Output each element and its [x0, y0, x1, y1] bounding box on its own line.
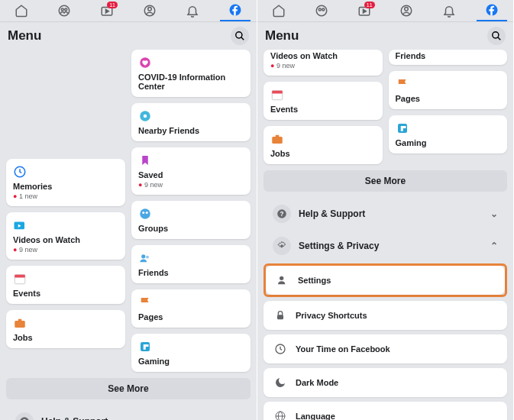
card-nearby[interactable]: Nearby Friends	[131, 103, 251, 141]
chevron-down-icon: ⌄	[490, 208, 498, 219]
see-more-button[interactable]: See More	[6, 378, 251, 399]
card-gaming[interactable]: Gaming	[389, 115, 508, 153]
card-videos[interactable]: Videos on Watch 9 new	[6, 212, 125, 260]
card-events[interactable]: Events	[263, 82, 383, 120]
clock-icon	[273, 341, 288, 357]
svg-point-21	[146, 256, 149, 259]
person-gear-icon	[275, 273, 290, 288]
help-icon: ?	[273, 205, 291, 223]
svg-rect-11	[15, 275, 25, 278]
card-pages[interactable]: Pages	[389, 71, 508, 109]
menu-header: Menu	[0, 22, 257, 50]
nav-home[interactable]	[263, 0, 294, 21]
svg-point-28	[322, 8, 324, 11]
calendar-icon	[13, 272, 27, 286]
briefcase-icon	[270, 132, 284, 146]
card-covid[interactable]: COVID-19 Information Center	[131, 50, 251, 97]
svg-rect-36	[272, 137, 283, 144]
nav-watch[interactable]: 11	[349, 0, 380, 21]
top-nav: 11	[0, 0, 257, 22]
gaming-icon	[396, 121, 409, 135]
svg-point-5	[148, 8, 152, 11]
settings-item-highlight: Settings	[263, 263, 507, 297]
nav-profile[interactable]	[134, 0, 165, 21]
clock-icon	[13, 165, 27, 179]
watch-badge: 11	[364, 2, 375, 8]
friends-icon	[138, 251, 152, 265]
location-icon	[138, 109, 152, 123]
svg-rect-35	[272, 91, 283, 94]
chevron-down-icon: ⌄	[234, 416, 241, 420]
help-row[interactable]: ? Help & Support ⌄	[6, 405, 251, 420]
card-jobs[interactable]: Jobs	[6, 310, 125, 348]
grid-col-a: Videos on Watch 9 new Events Jobs	[263, 50, 383, 164]
card-events[interactable]: Events	[6, 266, 125, 304]
dark-mode-item[interactable]: Dark Mode	[263, 368, 507, 397]
flag-icon	[396, 77, 409, 91]
svg-point-1	[61, 8, 63, 11]
globe-icon	[273, 409, 288, 420]
nav-home[interactable]	[6, 0, 37, 21]
svg-point-18	[142, 212, 144, 214]
card-videos[interactable]: Videos on Watch 9 new	[263, 50, 383, 76]
calendar-icon	[270, 88, 284, 102]
card-friends[interactable]: Friends	[389, 50, 508, 65]
nav-watch[interactable]: 11	[92, 0, 122, 21]
top-nav: 11	[257, 0, 513, 22]
card-saved[interactable]: Saved 9 new	[131, 147, 251, 195]
nav-profile[interactable]	[391, 0, 422, 21]
page-title: Menu	[8, 28, 41, 44]
svg-text:?: ?	[280, 211, 284, 218]
watch-badge: 11	[107, 2, 118, 8]
privacy-item[interactable]: Privacy Shortcuts	[263, 301, 507, 330]
svg-rect-12	[15, 321, 25, 328]
svg-point-31	[405, 8, 409, 11]
svg-rect-13	[18, 319, 22, 321]
language-item[interactable]: Language	[263, 402, 507, 420]
search-button[interactable]	[231, 27, 249, 45]
help-icon: ?	[15, 412, 34, 420]
card-gaming[interactable]: Gaming	[131, 334, 251, 372]
shortcut-grid: Videos on Watch 9 new Events Jobs Friend…	[257, 50, 513, 164]
lock-icon	[273, 308, 288, 323]
settings-item[interactable]: Settings	[266, 266, 505, 295]
nav-menu[interactable]	[477, 0, 507, 21]
svg-point-16	[144, 115, 147, 118]
chevron-up-icon: ⌃	[490, 241, 498, 251]
svg-point-0	[59, 5, 70, 16]
gear-icon	[273, 237, 291, 255]
card-jobs[interactable]: Jobs	[263, 126, 383, 164]
moon-icon	[273, 375, 288, 390]
grid-col-a: Memories 1 new Videos on Watch 9 new Eve…	[6, 50, 125, 372]
flag-icon	[138, 296, 152, 309]
nav-menu[interactable]	[220, 0, 251, 21]
heart-icon	[138, 56, 152, 69]
svg-point-27	[318, 8, 321, 11]
screen-left: 11 Menu Memories 1 new Videos on Watch 9…	[0, 0, 257, 420]
nav-notifications[interactable]	[434, 0, 464, 21]
help-row[interactable]: ? Help & Support ⌄	[263, 198, 507, 230]
see-more-button[interactable]: See More	[263, 170, 507, 192]
svg-point-2	[65, 8, 67, 11]
nav-groups[interactable]	[49, 0, 79, 21]
card-groups[interactable]: Groups	[131, 201, 251, 239]
briefcase-icon	[13, 316, 27, 330]
svg-point-26	[316, 5, 327, 16]
svg-rect-37	[276, 135, 280, 137]
search-button[interactable]	[487, 27, 506, 45]
card-memories[interactable]: Memories 1 new	[6, 159, 125, 206]
svg-point-19	[146, 212, 148, 214]
gaming-icon	[138, 340, 152, 354]
nav-groups[interactable]	[306, 0, 337, 21]
card-pages[interactable]: Pages	[131, 289, 251, 328]
svg-point-7	[236, 32, 242, 38]
card-friends[interactable]: Friends	[131, 245, 251, 283]
svg-point-42	[280, 276, 283, 280]
shortcut-grid: Memories 1 new Videos on Watch 9 new Eve…	[0, 50, 257, 372]
settings-row[interactable]: Settings & Privacy ⌃	[263, 230, 507, 262]
svg-rect-43	[277, 315, 283, 319]
your-time-item[interactable]: Your Time on Facebook	[263, 334, 507, 363]
nav-notifications[interactable]	[177, 0, 208, 21]
video-icon	[13, 218, 27, 232]
svg-point-20	[141, 254, 145, 258]
